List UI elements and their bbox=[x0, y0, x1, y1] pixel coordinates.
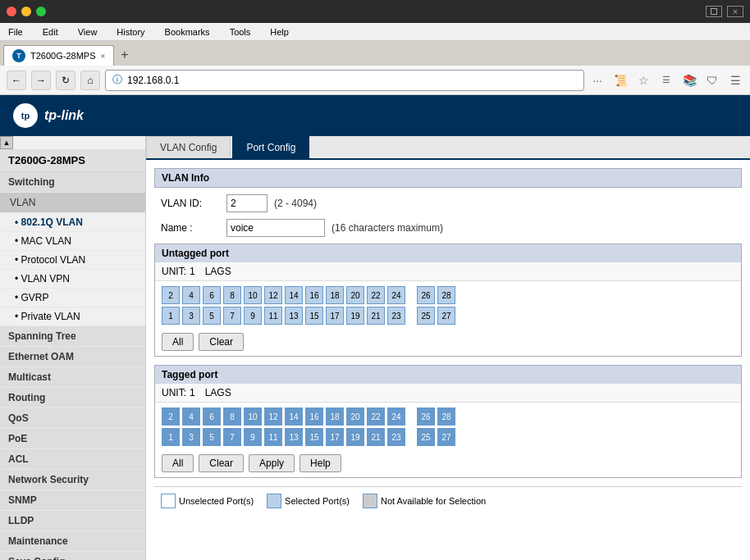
untagged-port-1[interactable]: 1 bbox=[162, 307, 180, 325]
sidebar-item-poe[interactable]: PoE bbox=[0, 429, 145, 449]
sidebar-item-802q-vlan[interactable]: • 802.1Q VLAN bbox=[0, 213, 145, 232]
untagged-port-25[interactable]: 25 bbox=[417, 307, 435, 325]
bookmark-icon[interactable]: ☆ bbox=[635, 72, 652, 89]
untagged-port-26[interactable]: 26 bbox=[417, 286, 435, 304]
tagged-port-16[interactable]: 16 bbox=[305, 407, 323, 426]
menu-help[interactable]: Help bbox=[267, 25, 292, 39]
tagged-port-3[interactable]: 3 bbox=[182, 428, 200, 446]
untagged-port-14[interactable]: 14 bbox=[285, 286, 303, 304]
tagged-port-11[interactable]: 11 bbox=[264, 428, 282, 446]
tagged-port-24[interactable]: 24 bbox=[387, 407, 405, 426]
refresh-button[interactable]: ↻ bbox=[56, 71, 75, 90]
more-button[interactable]: ··· bbox=[589, 72, 606, 89]
tagged-port-19[interactable]: 19 bbox=[346, 428, 364, 446]
untagged-port-3[interactable]: 3 bbox=[182, 307, 200, 325]
tagged-port-22[interactable]: 22 bbox=[367, 407, 385, 426]
tagged-port-1[interactable]: 1 bbox=[162, 428, 180, 446]
vlan-id-input[interactable] bbox=[226, 194, 268, 212]
untagged-port-13[interactable]: 13 bbox=[285, 307, 303, 325]
untagged-port-4[interactable]: 4 bbox=[182, 286, 200, 304]
tagged-port-5[interactable]: 5 bbox=[203, 428, 221, 446]
sidebar-item-gvrp[interactable]: • GVRP bbox=[0, 289, 145, 307]
menu-tools[interactable]: Tools bbox=[226, 25, 254, 39]
tagged-port-17[interactable]: 17 bbox=[326, 428, 344, 446]
untagged-port-11[interactable]: 11 bbox=[264, 307, 282, 325]
tagged-port-20[interactable]: 20 bbox=[346, 407, 364, 426]
tagged-port-9[interactable]: 9 bbox=[244, 428, 262, 446]
menu-edit[interactable]: Edit bbox=[39, 25, 62, 39]
untagged-port-8[interactable]: 8 bbox=[223, 286, 241, 304]
menu-bookmarks[interactable]: Bookmarks bbox=[162, 25, 213, 39]
tagged-port-26[interactable]: 26 bbox=[417, 407, 435, 426]
tagged-clear-button[interactable]: Clear bbox=[199, 454, 244, 472]
tagged-port-8[interactable]: 8 bbox=[223, 407, 241, 426]
sidebar-item-qos[interactable]: QoS bbox=[0, 408, 145, 429]
sidebar-item-snmp[interactable]: SNMP bbox=[0, 490, 145, 511]
tagged-port-18[interactable]: 18 bbox=[326, 407, 344, 426]
window-maximize-btn[interactable] bbox=[36, 7, 46, 16]
tagged-port-12[interactable]: 12 bbox=[264, 407, 282, 426]
untagged-port-17[interactable]: 17 bbox=[326, 307, 344, 325]
sidebar-item-lldp[interactable]: LLDP bbox=[0, 511, 145, 531]
tagged-port-13[interactable]: 13 bbox=[285, 428, 303, 446]
untagged-all-button[interactable]: All bbox=[162, 333, 194, 351]
sidebar-item-acl[interactable]: ACL bbox=[0, 449, 145, 470]
tab-vlan-config[interactable]: VLAN Config bbox=[146, 136, 231, 158]
tagged-port-6[interactable]: 6 bbox=[203, 407, 221, 426]
sidebar-item-routing[interactable]: Routing bbox=[0, 388, 145, 408]
untagged-port-12[interactable]: 12 bbox=[264, 286, 282, 304]
untagged-port-6[interactable]: 6 bbox=[203, 286, 221, 304]
window-close-btn[interactable] bbox=[7, 7, 16, 16]
sidebar-item-private-vlan[interactable]: • Private VLAN bbox=[0, 307, 145, 326]
untagged-port-15[interactable]: 15 bbox=[305, 307, 323, 325]
tagged-port-28[interactable]: 28 bbox=[437, 407, 455, 426]
tagged-all-button[interactable]: All bbox=[162, 454, 194, 472]
tagged-port-10[interactable]: 10 bbox=[244, 407, 262, 426]
sidebar-item-switching[interactable]: Switching bbox=[0, 172, 145, 193]
reader-icon[interactable]: ☰ bbox=[658, 72, 675, 89]
untagged-port-24[interactable]: 24 bbox=[387, 286, 405, 304]
sidebar-item-mac-vlan[interactable]: • MAC VLAN bbox=[0, 232, 145, 251]
tagged-apply-button[interactable]: Apply bbox=[249, 454, 295, 472]
sidebar-item-network-security[interactable]: Network Security bbox=[0, 470, 145, 490]
menu-view[interactable]: View bbox=[75, 25, 101, 39]
tab-close-btn[interactable]: × bbox=[100, 52, 105, 61]
tagged-help-button[interactable]: Help bbox=[300, 454, 341, 472]
untagged-port-9[interactable]: 9 bbox=[244, 307, 262, 325]
sidebar-item-multicast[interactable]: Multicast bbox=[0, 367, 145, 388]
menu-file[interactable]: File bbox=[5, 25, 26, 39]
synced-tabs-icon[interactable]: 📚 bbox=[681, 72, 697, 89]
tagged-port-15[interactable]: 15 bbox=[305, 428, 323, 446]
sidebar-item-ethernet-oam[interactable]: Ethernet OAM bbox=[0, 347, 145, 367]
untagged-clear-button[interactable]: Clear bbox=[199, 333, 244, 351]
tagged-port-27[interactable]: 27 bbox=[437, 428, 455, 446]
tagged-port-14[interactable]: 14 bbox=[285, 407, 303, 426]
untagged-port-18[interactable]: 18 bbox=[326, 286, 344, 304]
menu-icon[interactable]: ☰ bbox=[727, 72, 743, 89]
untagged-port-7[interactable]: 7 bbox=[223, 307, 241, 325]
untagged-port-16[interactable]: 16 bbox=[305, 286, 323, 304]
untagged-port-23[interactable]: 23 bbox=[387, 307, 405, 325]
sidebar-item-protocol-vlan[interactable]: • Protocol VLAN bbox=[0, 251, 145, 270]
tab-port-config[interactable]: Port Config bbox=[232, 136, 309, 158]
container-icon[interactable]: 🛡 bbox=[704, 72, 720, 89]
sidebar-item-save-config[interactable]: Save Config bbox=[0, 552, 145, 560]
home-button[interactable]: ⌂ bbox=[80, 71, 100, 90]
sidebar-item-spanning-tree[interactable]: Spanning Tree bbox=[0, 326, 145, 347]
browser-tab[interactable]: T T2600G-28MPS × bbox=[3, 45, 114, 66]
untagged-port-19[interactable]: 19 bbox=[346, 307, 364, 325]
pocket-icon[interactable]: 📜 bbox=[612, 72, 629, 89]
address-bar[interactable]: ⓘ 192.168.0.1 bbox=[105, 70, 584, 91]
sidebar-item-vlan-vpn[interactable]: • VLAN VPN bbox=[0, 270, 145, 289]
vlan-name-input[interactable] bbox=[226, 219, 325, 237]
untagged-port-27[interactable]: 27 bbox=[437, 307, 455, 325]
untagged-port-5[interactable]: 5 bbox=[203, 307, 221, 325]
sidebar-item-maintenance[interactable]: Maintenance bbox=[0, 531, 145, 552]
tagged-port-7[interactable]: 7 bbox=[223, 428, 241, 446]
untagged-port-10[interactable]: 10 bbox=[244, 286, 262, 304]
back-button[interactable]: ← bbox=[7, 71, 26, 90]
new-tab-button[interactable]: + bbox=[114, 44, 135, 66]
sidebar-scroll-up[interactable]: ▲ bbox=[0, 136, 13, 149]
forward-button[interactable]: → bbox=[31, 71, 51, 90]
tagged-port-25[interactable]: 25 bbox=[417, 428, 435, 446]
